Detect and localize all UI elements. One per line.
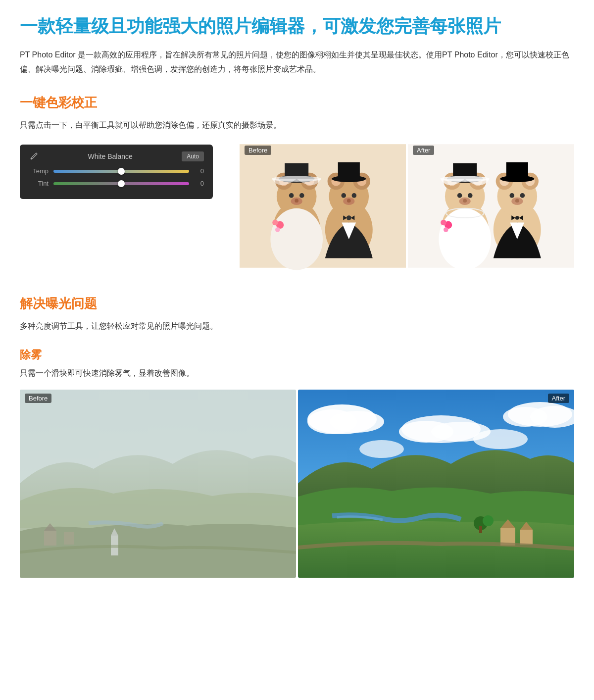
- main-title: 一款轻量级且功能强大的照片编辑器，可激发您完善每张照片: [20, 15, 574, 38]
- bears-before-label: Before: [245, 146, 271, 155]
- landscape-after-label: After: [548, 394, 569, 403]
- intro-text: PT Photo Editor 是一款高效的应用程序，旨在解决所有常见的照片问题…: [20, 48, 574, 77]
- svg-point-94: [483, 515, 494, 526]
- temp-slider-row: Temp 0: [29, 167, 204, 175]
- temp-value: 0: [194, 167, 204, 175]
- svg-point-86: [359, 440, 404, 458]
- bears-before-after: Before: [240, 142, 574, 270]
- svg-point-23: [352, 193, 357, 198]
- svg-point-11: [295, 199, 298, 203]
- wb-header: White Balance Auto: [29, 151, 204, 161]
- wb-panel-wrapper: White Balance Auto Temp 0 Tint: [20, 142, 228, 199]
- landscape-after-container: After: [298, 390, 574, 578]
- landscape-after-image: [298, 390, 574, 578]
- tint-label: Tint: [29, 180, 49, 187]
- color-correction-section: 一键色彩校正 只需点击一下，白平衡工具就可以帮助您消除色偏，还原真实的摄影场景。: [20, 94, 574, 270]
- bears-before-container: Before: [240, 142, 406, 270]
- svg-rect-27: [338, 162, 360, 180]
- svg-point-15: [270, 208, 323, 270]
- svg-rect-93: [479, 526, 482, 533]
- exposure-desc: 多种亮度调节工具，让您轻松应对常见的照片曝光问题。: [20, 319, 574, 334]
- landscape-before-container: Before: [20, 390, 296, 578]
- svg-point-66: [441, 220, 446, 226]
- temp-label: Temp: [29, 167, 49, 175]
- landscape-before-label: Before: [25, 394, 51, 403]
- page-wrapper: 一款轻量级且功能强大的照片编辑器，可激发您完善每张照片 PT Photo Edi…: [0, 0, 594, 611]
- svg-point-87: [473, 429, 528, 449]
- bears-before-image: [240, 142, 406, 270]
- wb-label: White Balance: [39, 152, 182, 160]
- svg-rect-61: [506, 162, 528, 180]
- svg-point-30: [346, 215, 351, 220]
- svg-point-25: [347, 199, 351, 203]
- landscape-before-after: Before: [20, 390, 574, 578]
- bears-after-container: After: [408, 142, 574, 270]
- tint-track[interactable]: [53, 182, 189, 185]
- svg-point-22: [341, 193, 346, 198]
- svg-point-59: [515, 199, 519, 203]
- haze-title: 除雾: [20, 348, 574, 362]
- exposure-title: 解决曝光问题: [20, 295, 574, 312]
- svg-rect-90: [520, 530, 533, 545]
- svg-rect-1: [240, 144, 406, 268]
- temp-thumb[interactable]: [118, 168, 125, 175]
- svg-rect-34: [408, 144, 574, 268]
- haze-section: 除雾 只需一个滑块即可快速消除雾气，显着改善图像。 Before: [20, 348, 574, 578]
- tint-value: 0: [194, 180, 204, 187]
- svg-point-44: [463, 199, 467, 203]
- svg-point-42: [468, 193, 473, 198]
- bears-after-label: After: [413, 146, 434, 155]
- svg-point-33: [275, 227, 280, 232]
- svg-point-57: [520, 193, 525, 198]
- wb-panel: White Balance Auto Temp 0 Tint: [20, 145, 213, 199]
- svg-point-9: [299, 193, 304, 198]
- temp-track[interactable]: [53, 170, 189, 173]
- svg-point-32: [272, 220, 278, 226]
- haze-desc: 只需一个滑块即可快速消除雾气，显着改善图像。: [20, 366, 574, 381]
- exposure-section: 解决曝光问题 多种亮度调节工具，让您轻松应对常见的照片曝光问题。: [20, 295, 574, 334]
- eyedropper-icon[interactable]: [29, 151, 39, 161]
- svg-point-8: [289, 193, 294, 198]
- svg-point-79: [330, 411, 384, 433]
- svg-point-64: [515, 216, 519, 220]
- color-correction-title: 一键色彩校正: [20, 94, 574, 111]
- svg-point-67: [444, 227, 448, 232]
- bears-after-image: [408, 142, 574, 270]
- color-correction-desc: 只需点击一下，白平衡工具就可以帮助您消除色偏，还原真实的摄影场景。: [20, 118, 574, 133]
- landscape-before-image: [20, 390, 296, 578]
- tint-slider-row: Tint 0: [29, 180, 204, 187]
- svg-point-56: [509, 193, 514, 198]
- wb-auto-button[interactable]: Auto: [182, 151, 204, 161]
- wb-section: White Balance Auto Temp 0 Tint: [20, 142, 574, 270]
- tint-thumb[interactable]: [118, 180, 125, 187]
- svg-point-41: [457, 193, 462, 198]
